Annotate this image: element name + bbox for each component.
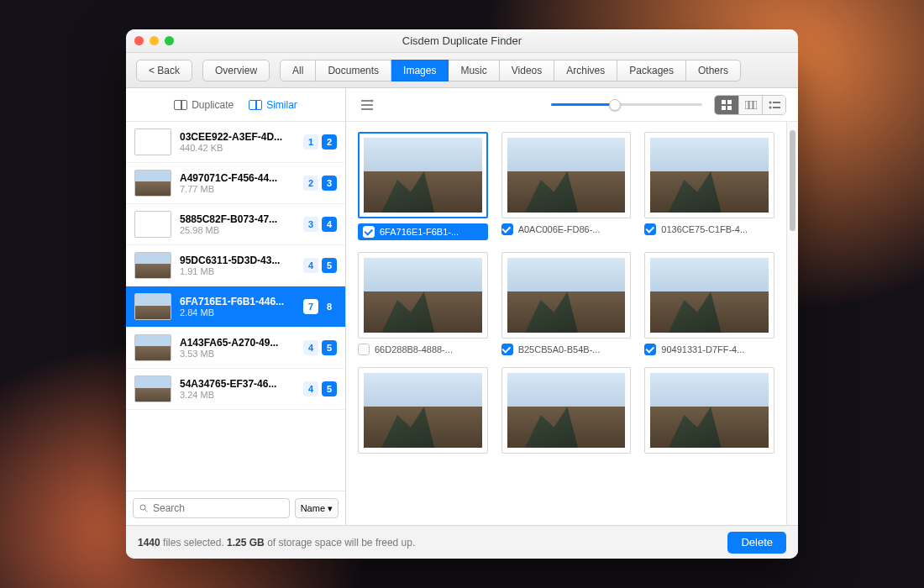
svg-point-11 xyxy=(769,106,771,108)
list-item[interactable]: 5885C82F-B073-47... 25.98 MB 3 4 xyxy=(126,204,345,245)
sidebar-tabs: Duplicate Similar xyxy=(126,88,345,122)
tab-duplicate[interactable]: Duplicate xyxy=(174,99,234,111)
count-badge: 5 xyxy=(322,340,337,355)
view-mode-segmented xyxy=(714,95,786,115)
thumbnail-card[interactable]: 0136CE75-C1FB-4... xyxy=(644,132,774,240)
scrollbar[interactable] xyxy=(786,122,798,525)
category-videos[interactable]: Videos xyxy=(500,60,554,81)
svg-rect-4 xyxy=(722,106,726,110)
checkbox[interactable] xyxy=(363,226,375,238)
thumbnail xyxy=(134,334,171,361)
window-controls xyxy=(134,36,174,45)
svg-rect-10 xyxy=(773,102,780,103)
sidebar-list[interactable]: 03CEE922-A3EF-4D... 440.42 KB 1 2 A49707… xyxy=(126,122,345,491)
item-counts: 3 4 xyxy=(303,217,337,232)
svg-rect-2 xyxy=(722,100,726,104)
search-icon xyxy=(139,503,149,513)
category-segmented: AllDocumentsImagesMusicVideosArchivesPac… xyxy=(280,60,741,81)
count-badge: 3 xyxy=(322,176,337,191)
item-size: 3.53 MB xyxy=(180,349,295,359)
card-image xyxy=(501,367,632,454)
item-name: 54A34765-EF37-46... xyxy=(180,378,295,390)
thumbnail-size-slider[interactable] xyxy=(551,103,702,106)
thumbnail-card[interactable]: A0AC006E-FD86-... xyxy=(501,132,632,240)
thumbnail xyxy=(134,170,171,197)
sort-dropdown[interactable]: Name ▾ xyxy=(295,498,339,518)
thumbnail-card[interactable] xyxy=(358,367,488,454)
list-item[interactable]: A143FA65-A270-49... 3.53 MB 4 5 xyxy=(126,328,345,369)
category-archives[interactable]: Archives xyxy=(554,60,617,81)
item-size: 1.91 MB xyxy=(180,266,295,276)
overview-button[interactable]: Overview xyxy=(202,60,270,81)
thumbnail-card[interactable] xyxy=(644,367,774,454)
svg-rect-12 xyxy=(773,107,780,108)
sort-label: Name xyxy=(301,503,325,513)
view-grid-button[interactable] xyxy=(715,96,738,114)
category-packages[interactable]: Packages xyxy=(617,60,686,81)
thumbnail xyxy=(134,252,171,279)
tab-similar[interactable]: Similar xyxy=(249,99,297,111)
checkbox[interactable] xyxy=(501,223,513,235)
thumbnail-card[interactable]: B25CB5A0-B54B-... xyxy=(501,252,632,355)
card-filename: 66D288B8-4888-... xyxy=(375,344,453,354)
svg-rect-7 xyxy=(749,101,753,109)
checkbox[interactable] xyxy=(644,223,656,235)
minimize-icon[interactable] xyxy=(150,36,159,45)
category-documents[interactable]: Documents xyxy=(316,60,391,81)
item-size: 25.98 MB xyxy=(180,225,295,235)
scrollbar-thumb[interactable] xyxy=(790,130,795,231)
view-list-button[interactable] xyxy=(762,96,785,114)
card-filename: A0AC006E-FD86-... xyxy=(518,224,601,234)
item-counts: 2 3 xyxy=(303,176,337,191)
card-image xyxy=(358,132,488,218)
category-music[interactable]: Music xyxy=(449,60,499,81)
titlebar: Cisdem Duplicate Finder xyxy=(126,29,798,53)
checkbox[interactable] xyxy=(644,344,656,355)
thumbnail-card[interactable] xyxy=(501,367,632,454)
thumbnail-card[interactable]: 6FA716E1-F6B1-... xyxy=(358,132,488,240)
thumbnail-card[interactable]: 66D288B8-4888-... xyxy=(358,252,488,355)
delete-button[interactable]: Delete xyxy=(727,532,786,554)
tab-similar-label: Similar xyxy=(266,99,297,111)
item-info: A497071C-F456-44... 7.77 MB xyxy=(180,172,295,194)
svg-line-1 xyxy=(145,510,148,512)
checkbox[interactable] xyxy=(358,344,370,355)
category-images[interactable]: Images xyxy=(391,60,449,81)
list-item[interactable]: 6FA716E1-F6B1-446... 2.84 MB 7 8 xyxy=(126,286,345,328)
back-button[interactable]: < Back xyxy=(136,60,192,81)
item-size: 2.84 MB xyxy=(180,307,295,318)
sidebar-footer: Name ▾ xyxy=(126,491,345,525)
main-panel: 6FA716E1-F6B1-... A0AC006E-FD86-... 0136… xyxy=(346,88,798,525)
category-others[interactable]: Others xyxy=(686,60,741,81)
card-image xyxy=(644,132,774,218)
category-all[interactable]: All xyxy=(280,60,316,81)
card-image xyxy=(644,252,774,339)
item-name: A497071C-F456-44... xyxy=(180,172,295,184)
checkbox[interactable] xyxy=(501,344,513,355)
list-item[interactable]: 95DC6311-5D3D-43... 1.91 MB 4 5 xyxy=(126,245,345,286)
item-info: A143FA65-A270-49... 3.53 MB xyxy=(180,337,295,359)
count-badge: 3 xyxy=(303,217,318,232)
count-badge: 1 xyxy=(303,134,318,150)
count-badge: 2 xyxy=(303,176,318,191)
count-badge: 4 xyxy=(322,217,337,232)
list-item[interactable]: 03CEE922-A3EF-4D... 440.42 KB 1 2 xyxy=(126,122,345,163)
window-title: Cisdem Duplicate Finder xyxy=(126,34,798,47)
app-window: Cisdem Duplicate Finder < Back Overview … xyxy=(126,29,798,559)
card-filename: B25CB5A0-B54B-... xyxy=(518,344,601,354)
zoom-icon[interactable] xyxy=(165,36,174,45)
close-icon[interactable] xyxy=(134,36,144,45)
list-item[interactable]: 54A34765-EF37-46... 3.24 MB 4 5 xyxy=(126,369,345,410)
duplicate-icon xyxy=(174,100,187,110)
count-badge: 7 xyxy=(303,299,318,314)
thumbnail-card[interactable]: 90491331-D7FF-4... xyxy=(644,252,774,355)
card-caption: 0136CE75-C1FB-4... xyxy=(644,223,774,235)
card-image xyxy=(501,132,632,218)
list-item[interactable]: A497071C-F456-44... 7.77 MB 2 3 xyxy=(126,163,345,204)
thumbnail-grid[interactable]: 6FA716E1-F6B1-... A0AC006E-FD86-... 0136… xyxy=(346,122,786,525)
search-input[interactable] xyxy=(133,498,290,518)
select-menu-icon[interactable] xyxy=(358,96,376,114)
search-field[interactable] xyxy=(153,502,284,514)
item-counts: 1 2 xyxy=(303,134,337,150)
view-columns-button[interactable] xyxy=(738,96,762,114)
